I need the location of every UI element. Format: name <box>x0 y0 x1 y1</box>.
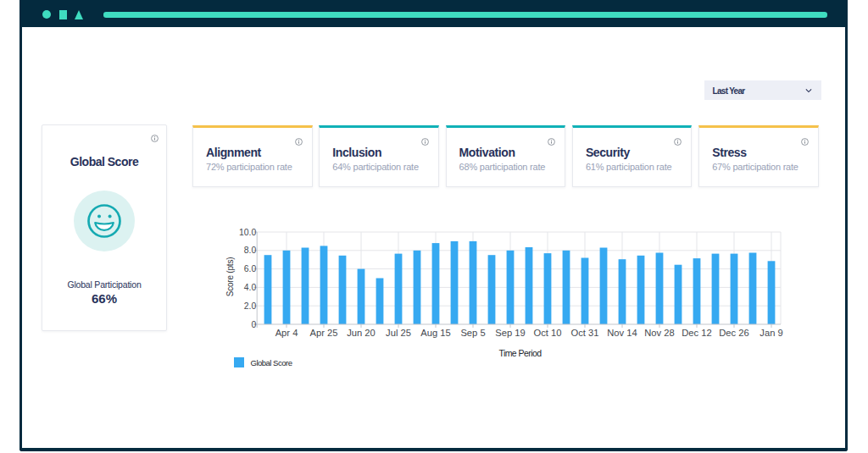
svg-text:Sep 5: Sep 5 <box>460 328 485 338</box>
svg-text:Apr 4: Apr 4 <box>275 328 298 338</box>
svg-text:Dec 26: Dec 26 <box>719 328 748 338</box>
svg-text:Jul 25: Jul 25 <box>386 328 411 338</box>
svg-text:6.0: 6.0 <box>244 264 257 273</box>
svg-text:Score (pts): Score (pts) <box>225 257 235 297</box>
svg-text:8.0: 8.0 <box>244 246 257 255</box>
svg-text:Sep 19: Sep 19 <box>495 328 525 338</box>
svg-text:0: 0 <box>251 320 256 329</box>
svg-text:2.0: 2.0 <box>244 301 257 311</box>
svg-text:Dec 12: Dec 12 <box>682 328 711 338</box>
svg-text:Jun 20: Jun 20 <box>347 328 376 338</box>
svg-text:Oct 31: Oct 31 <box>571 328 599 338</box>
svg-text:Oct 10: Oct 10 <box>534 328 562 338</box>
svg-text:Nov 14: Nov 14 <box>607 328 637 338</box>
svg-text:10.0: 10.0 <box>239 228 256 237</box>
svg-text:Time Period: Time Period <box>498 348 542 358</box>
svg-text:Apr 25: Apr 25 <box>310 328 338 338</box>
svg-text:Aug 15: Aug 15 <box>420 328 450 338</box>
svg-text:Global Score: Global Score <box>251 358 292 367</box>
svg-text:Jan 9: Jan 9 <box>760 328 782 338</box>
svg-text:Nov 28: Nov 28 <box>644 328 674 338</box>
svg-text:4.0: 4.0 <box>244 283 257 292</box>
